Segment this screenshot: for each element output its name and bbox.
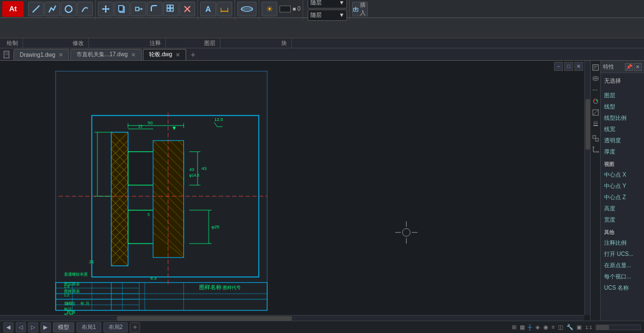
- panel-close-btn[interactable]: ✕: [634, 63, 642, 71]
- view-icon-btn[interactable]: [591, 134, 600, 143]
- color-icon-btn[interactable]: [591, 97, 600, 106]
- prop-per-viewport[interactable]: 每个视口...: [602, 271, 643, 282]
- quickprops-btn[interactable]: 🔧: [566, 324, 573, 330]
- tab-layout2[interactable]: 布局2: [103, 322, 128, 332]
- h-scrollbar[interactable]: [0, 315, 584, 321]
- scroll-right-btn[interactable]: ▶: [40, 322, 51, 332]
- svg-point-147: [594, 100, 595, 101]
- main-area: 图样名称 图样代号: [0, 61, 644, 321]
- close-view-btn[interactable]: ✕: [574, 62, 583, 71]
- erase-tool-btn[interactable]: [179, 2, 195, 16]
- layer-icon-btn[interactable]: [591, 74, 600, 83]
- polar-btn[interactable]: ◈: [535, 324, 540, 330]
- circle-tool-btn[interactable]: [61, 2, 76, 16]
- osnap-btn[interactable]: ◉: [543, 324, 548, 330]
- prop-layer[interactable]: 图层: [602, 90, 643, 101]
- prop-center-y[interactable]: 中心点 Y: [602, 181, 643, 192]
- prop-linetype[interactable]: 线型: [602, 101, 643, 112]
- properties-list: 无选择 图层 线型 线型比例 线宽 透明度 厚度 视图 中心点 X 中心点 Y …: [601, 73, 644, 321]
- ucs-icon-btn[interactable]: [591, 145, 600, 154]
- ortho-btn[interactable]: ┼: [528, 324, 532, 330]
- prop-transparency[interactable]: 透明度: [602, 135, 643, 146]
- minimap-btn[interactable]: [596, 325, 641, 330]
- tab-model[interactable]: 模型: [53, 322, 74, 332]
- prop-no-selection[interactable]: 无选择: [602, 75, 643, 87]
- insert-btn[interactable]: 插入: [352, 2, 368, 16]
- stretch-tool-btn[interactable]: [130, 2, 146, 16]
- prop-lineweight[interactable]: 线宽: [602, 124, 643, 135]
- svg-point-148: [596, 100, 597, 101]
- copy-tool-btn[interactable]: [114, 2, 130, 16]
- scroll-left-btn[interactable]: ◀: [3, 322, 13, 332]
- color-label: ■ 0: [292, 6, 300, 12]
- app-logo[interactable]: At: [2, 1, 24, 17]
- right-icons-bar: [590, 61, 600, 321]
- properties-icon-btn[interactable]: [591, 63, 600, 72]
- maximize-view-btn[interactable]: □: [564, 62, 573, 71]
- linetype-icon-btn[interactable]: [591, 86, 600, 94]
- svg-line-0: [33, 6, 39, 12]
- lighting-btn[interactable]: ☀: [262, 2, 277, 16]
- svg-marker-10: [141, 8, 143, 10]
- menu-bar: At: [0, 0, 644, 18]
- array-tool-btn[interactable]: [163, 2, 179, 16]
- svg-text:φ14.6: φ14.6: [189, 173, 199, 178]
- selection-btn[interactable]: ▣: [577, 324, 582, 330]
- lineweight-btn[interactable]: ≡: [552, 324, 555, 330]
- prop-linetype-scale[interactable]: 线型比例: [602, 112, 643, 124]
- tabs-bar: Drawing1.dwg ✕ 市直机关集...17.dwg ✕ 轮毂.dwg ✕…: [0, 48, 644, 61]
- svg-marker-5: [108, 8, 110, 10]
- tab-drawing1[interactable]: Drawing1.dwg ✕: [13, 49, 69, 60]
- transparency-icon-btn[interactable]: [591, 108, 600, 117]
- svg-text:6.3: 6.3: [150, 276, 157, 281]
- line-tool-btn[interactable]: [28, 2, 44, 16]
- layer-prop-btn[interactable]: [237, 2, 256, 16]
- prop-center-z[interactable]: 中心点 Z: [602, 192, 643, 203]
- layer-select[interactable]: 随层 ▼: [308, 0, 347, 8]
- svg-text:图样名称: 图样名称: [199, 284, 222, 290]
- move-tool-btn[interactable]: [98, 2, 114, 16]
- text-tool-btn[interactable]: A: [200, 2, 216, 16]
- add-layout-btn[interactable]: +: [130, 322, 140, 332]
- prop-height[interactable]: 高度: [602, 203, 643, 214]
- minimize-view-btn[interactable]: −: [554, 62, 563, 71]
- prop-open-ucs[interactable]: 打开 UCS...: [602, 249, 643, 260]
- prev-tab-btn[interactable]: ◁: [16, 322, 26, 332]
- prop-center-x[interactable]: 中心点 X: [602, 169, 643, 181]
- next-tab-btn[interactable]: ▷: [28, 322, 38, 332]
- prop-ucs-name[interactable]: UCS 名称: [602, 282, 643, 294]
- panel-pin-btn[interactable]: 📌: [625, 63, 633, 71]
- prop-origin-display[interactable]: 在原点显...: [602, 260, 643, 271]
- linetype-select[interactable]: 随层 ▼: [308, 10, 347, 21]
- polyline-tool-btn[interactable]: [44, 2, 60, 16]
- tab-add-btn[interactable]: +: [187, 49, 199, 60]
- svg-text:43: 43: [201, 166, 206, 171]
- bottom-bar: ◀ ◁ ▷ ▶ 模型 布局1 布局2 + ⊞ ▦ ┼ ◈ ◉ ≡ ◫ 🔧 ▣ 1…: [0, 321, 644, 333]
- transparency2-btn[interactable]: ◫: [558, 324, 563, 330]
- color-picker-btn[interactable]: [280, 6, 291, 12]
- prop-annot-scale[interactable]: 注释比例: [602, 237, 643, 249]
- svg-point-1: [65, 6, 72, 12]
- properties-panel-title: 特性 📌 ✕: [601, 61, 644, 73]
- tab-drawing2[interactable]: 市直机关集...17.dwg ✕: [70, 49, 142, 60]
- dim-linear-btn[interactable]: [217, 2, 232, 16]
- svg-text:图样代号: 图样代号: [223, 285, 241, 290]
- section-view: 视图: [602, 158, 643, 169]
- cad-drawing: 图样名称 图样代号: [0, 61, 590, 321]
- arc-tool-btn[interactable]: [77, 2, 93, 16]
- thickness-icon-btn[interactable]: [591, 119, 600, 128]
- fillet-tool-btn[interactable]: [147, 2, 163, 16]
- v-scrollbar[interactable]: [584, 61, 590, 315]
- prop-width[interactable]: 宽度: [602, 214, 643, 226]
- canvas-area[interactable]: 图样名称 图样代号: [0, 61, 590, 321]
- svg-text:1:2: 1:2: [64, 293, 70, 297]
- prop-thickness[interactable]: 厚度: [602, 146, 643, 158]
- snap-btn[interactable]: ⊞: [512, 324, 516, 330]
- grid-btn[interactable]: ▦: [520, 324, 525, 330]
- properties-panel: 特性 📌 ✕ 无选择 图层 线型 线型比例 线宽 透明度 厚度 视图 中心点 X…: [600, 61, 644, 321]
- svg-text:15: 15: [138, 124, 143, 128]
- tab-drawing3[interactable]: 轮毂.dwg ✕: [143, 49, 186, 60]
- tab-layout1[interactable]: 布局1: [76, 322, 101, 332]
- layer-controls: 随层 ▼ 随层 ▼: [308, 0, 347, 21]
- svg-text:1:4: 1:4: [64, 285, 70, 289]
